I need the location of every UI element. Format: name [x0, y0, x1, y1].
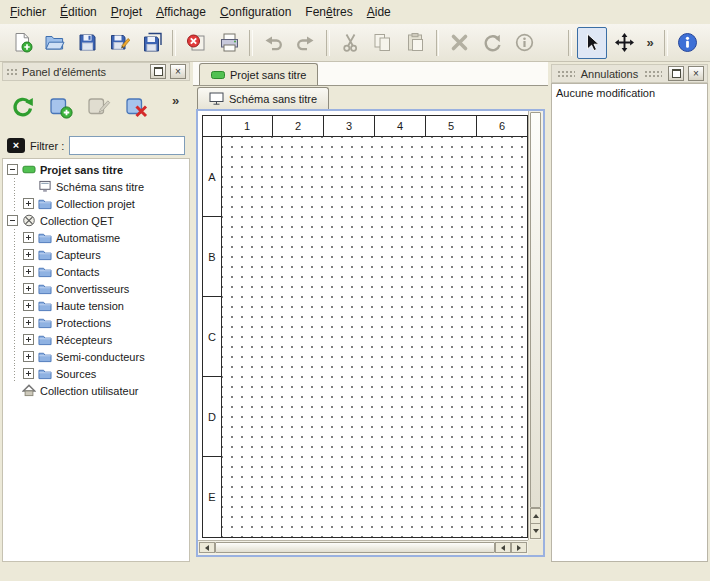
scroll-down-button[interactable] [530, 523, 541, 539]
menu-fenetres[interactable]: Fenêtres [298, 2, 359, 22]
vertical-scrollbar-thumb[interactable] [530, 112, 541, 508]
horizontal-scrollbar[interactable] [198, 540, 528, 555]
schema-icon [209, 92, 224, 105]
select-mode-button[interactable] [577, 27, 607, 59]
tab-schema[interactable]: Schéma sans titre [197, 87, 329, 109]
tree-item[interactable]: Protections [3, 314, 189, 331]
expand-plus-icon[interactable] [23, 232, 34, 243]
tree-item[interactable]: Capteurs [3, 246, 189, 263]
expand-plus-icon[interactable] [23, 317, 34, 328]
expand-plus-icon[interactable] [23, 283, 34, 294]
vertical-scrollbar[interactable] [528, 111, 543, 540]
delete-element-icon [125, 95, 149, 119]
expand-plus-icon[interactable] [23, 351, 34, 362]
tree-item[interactable]: Projet sans titre [3, 161, 189, 178]
paste-button[interactable] [400, 27, 430, 59]
copy-button[interactable] [368, 27, 398, 59]
delete-button[interactable] [444, 27, 474, 59]
dock-grip[interactable] [6, 68, 18, 76]
tree-item[interactable]: Collection QET [3, 212, 189, 229]
folder-icon [37, 350, 53, 364]
column-label: 3 [324, 116, 375, 136]
scroll-left-button[interactable] [199, 542, 215, 553]
close-dock-button[interactable]: × [170, 64, 186, 79]
new-document-button[interactable] [7, 27, 37, 59]
tree-item[interactable]: Récepteurs [3, 331, 189, 348]
expand-plus-icon[interactable] [23, 334, 34, 345]
toolbar-overflow-button[interactable]: » [642, 27, 659, 59]
undo-history-list[interactable]: Aucune modification [551, 83, 708, 562]
clear-filter-button[interactable]: × [7, 138, 25, 153]
panel-toolbar-overflow-button[interactable]: » [172, 93, 188, 108]
tree-item[interactable]: Semi-conducteurs [3, 348, 189, 365]
scroll-left-button-2[interactable] [495, 542, 511, 553]
redo-button[interactable] [291, 27, 321, 59]
cursor-arrow-icon [581, 32, 602, 53]
move-mode-button[interactable] [609, 27, 639, 59]
tree-item[interactable]: Contacts [3, 263, 189, 280]
edit-element-button[interactable] [82, 90, 116, 124]
print-button[interactable] [214, 27, 244, 59]
cut-button[interactable] [335, 27, 365, 59]
schema-grid-canvas[interactable] [222, 137, 527, 537]
menu-fichier[interactable]: Fichier [3, 2, 53, 22]
collapse-minus-icon[interactable] [7, 164, 18, 175]
scroll-up-button[interactable] [530, 508, 541, 524]
expand-plus-icon[interactable] [23, 198, 34, 209]
tree-guide [7, 331, 23, 348]
tree-item[interactable]: Collection utilisateur [3, 382, 189, 399]
tree-item[interactable]: Collection projet [3, 195, 189, 212]
menu-edition[interactable]: Édition [53, 2, 104, 22]
float-dock-button[interactable] [150, 64, 166, 79]
new-element-button[interactable] [44, 90, 78, 124]
tree-item[interactable]: Schéma sans titre [3, 178, 189, 195]
menu-aide[interactable]: Aide [360, 2, 398, 22]
expand-plus-icon[interactable] [23, 300, 34, 311]
dock-grip[interactable] [557, 70, 575, 78]
open-document-button[interactable] [39, 27, 69, 59]
undo-empty-message: Aucune modification [556, 87, 703, 99]
scroll-right-button[interactable] [511, 542, 527, 553]
save-as-button[interactable] [104, 27, 134, 59]
filter-input[interactable] [69, 136, 185, 155]
close-dock-button[interactable]: × [688, 66, 704, 81]
diagram-sheet[interactable]: 123456 ABCDE [202, 115, 528, 538]
tree-item[interactable]: Automatisme [3, 229, 189, 246]
element-infos-button[interactable] [509, 27, 539, 59]
expand-plus-icon[interactable] [23, 249, 34, 260]
diagram-view[interactable]: 123456 ABCDE [198, 111, 528, 540]
row-label: D [203, 377, 221, 457]
tree-item-label: Schéma sans titre [56, 181, 144, 193]
delete-element-button[interactable] [120, 90, 154, 124]
elements-panel-titlebar[interactable]: Panel d'éléments × [2, 62, 190, 81]
filter-row: × Filtrer : [2, 133, 190, 158]
tree-item[interactable]: Sources [3, 365, 189, 382]
close-file-button[interactable] [181, 27, 211, 59]
horizontal-scrollbar-thumb[interactable] [215, 542, 495, 553]
menu-projet[interactable]: Projet [104, 2, 149, 22]
expand-plus-icon[interactable] [23, 368, 34, 379]
dock-grip[interactable] [644, 70, 662, 78]
elements-panel-dock: Panel d'éléments × » × Filtrer : P [2, 62, 190, 562]
reload-collections-button[interactable] [6, 90, 40, 124]
rotate-button[interactable] [477, 27, 507, 59]
collapse-minus-icon[interactable] [7, 215, 18, 226]
menu-configuration[interactable]: Configuration [213, 2, 298, 22]
element-tree[interactable]: Projet sans titreSchéma sans titreCollec… [2, 158, 190, 562]
undo-dock-titlebar[interactable]: Annulations × [551, 64, 708, 83]
row-label: A [203, 137, 221, 217]
save-all-button[interactable] [137, 27, 167, 59]
about-qet-button[interactable] [673, 27, 703, 59]
close-icon: × [693, 69, 699, 79]
expand-plus-icon[interactable] [23, 266, 34, 277]
triangle-left-icon [205, 545, 209, 551]
tree-item[interactable]: Convertisseurs [3, 280, 189, 297]
save-button[interactable] [72, 27, 102, 59]
menu-affichage[interactable]: Affichage [149, 2, 213, 22]
float-dock-button[interactable] [668, 66, 684, 81]
tree-item-label: Convertisseurs [56, 283, 129, 295]
undo-button[interactable] [258, 27, 288, 59]
tree-item-label: Récepteurs [56, 334, 112, 346]
tab-project[interactable]: Projet sans titre [199, 63, 318, 85]
tree-item[interactable]: Haute tension [3, 297, 189, 314]
